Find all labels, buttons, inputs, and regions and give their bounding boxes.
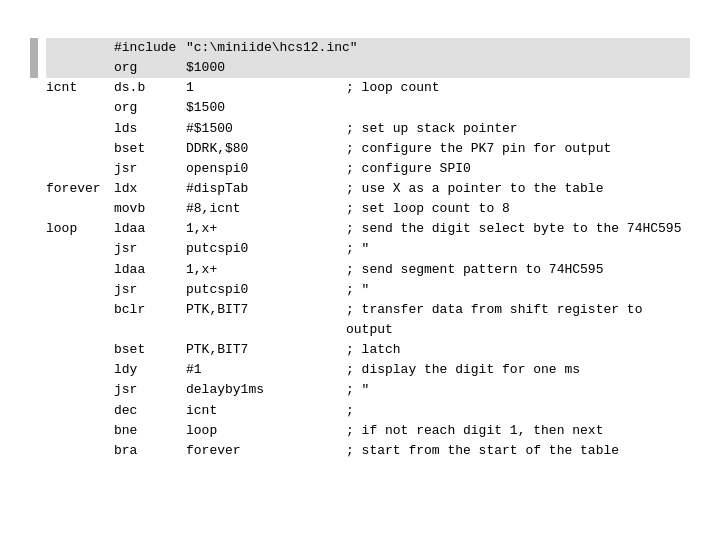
- code-label: [46, 260, 114, 280]
- code-label: [46, 159, 114, 179]
- table-row: jsrputcspi0; ": [46, 239, 690, 259]
- code-mnemonic: org: [114, 58, 186, 78]
- code-comment: ;: [346, 401, 354, 421]
- table-row: ldy#1; display the digit for one ms: [46, 360, 690, 380]
- code-label: [46, 98, 114, 118]
- code-comment: ; ": [346, 239, 369, 259]
- code-label: [46, 38, 114, 58]
- code-comment: ; start from the start of the table: [346, 441, 619, 461]
- code-operand: PTK,BIT7: [186, 340, 346, 360]
- code-operand: #8,icnt: [186, 199, 346, 219]
- table-row: bclrPTK,BIT7; transfer data from shift r…: [46, 300, 690, 340]
- code-comment: ; send the digit select byte to the 74HC…: [346, 219, 681, 239]
- code-label: forever: [46, 179, 114, 199]
- code-mnemonic: jsr: [114, 380, 186, 400]
- code-operand: $1500: [186, 98, 346, 118]
- table-row: bneloop; if not reach digit 1, then next: [46, 421, 690, 441]
- code-mnemonic: bra: [114, 441, 186, 461]
- table-row: braforever; start from the start of the …: [46, 441, 690, 461]
- table-row: org$1500: [46, 98, 690, 118]
- code-operand: openspi0: [186, 159, 346, 179]
- code-label: [46, 280, 114, 300]
- code-label: [46, 119, 114, 139]
- code-label: loop: [46, 219, 114, 239]
- code-mnemonic: jsr: [114, 280, 186, 300]
- code-operand: 1,x+: [186, 219, 346, 239]
- code-operand: icnt: [186, 401, 346, 421]
- table-row: ldaa1,x+; send segment pattern to 74HC59…: [46, 260, 690, 280]
- code-comment: ; set loop count to 8: [346, 199, 510, 219]
- table-row: jsrdelayby1ms; ": [46, 380, 690, 400]
- code-mnemonic: bne: [114, 421, 186, 441]
- table-row: lds#$1500; set up stack pointer: [46, 119, 690, 139]
- table-row: bsetDDRK,$80; configure the PK7 pin for …: [46, 139, 690, 159]
- code-label: icnt: [46, 78, 114, 98]
- code-mnemonic: dec: [114, 401, 186, 421]
- code-comment: ; transfer data from shift register to o…: [346, 300, 690, 340]
- code-label: [46, 199, 114, 219]
- code-label: [46, 340, 114, 360]
- code-operand: delayby1ms: [186, 380, 346, 400]
- code-label: [46, 58, 114, 78]
- code-comment: ; ": [346, 280, 369, 300]
- code-label: [46, 401, 114, 421]
- code-comment: ; loop count: [346, 78, 440, 98]
- code-operand: forever: [186, 441, 346, 461]
- code-comment: ; display the digit for one ms: [346, 360, 580, 380]
- code-label: [46, 300, 114, 340]
- code-mnemonic: jsr: [114, 239, 186, 259]
- code-mnemonic: ldaa: [114, 260, 186, 280]
- code-label: [46, 239, 114, 259]
- table-row: loopldaa1,x+; send the digit select byte…: [46, 219, 690, 239]
- code-mnemonic: movb: [114, 199, 186, 219]
- code-operand: PTK,BIT7: [186, 300, 346, 340]
- code-comment: ; latch: [346, 340, 401, 360]
- code-mnemonic: jsr: [114, 159, 186, 179]
- code-label: [46, 380, 114, 400]
- code-operand: 1,x+: [186, 260, 346, 280]
- code-mnemonic: ldx: [114, 179, 186, 199]
- code-operand: putcspi0: [186, 239, 346, 259]
- table-row: foreverldx#dispTab; use X as a pointer t…: [46, 179, 690, 199]
- code-label: [46, 360, 114, 380]
- code-mnemonic: #include: [114, 38, 186, 58]
- code-mnemonic: bclr: [114, 300, 186, 340]
- table-row: movb#8,icnt; set loop count to 8: [46, 199, 690, 219]
- code-operand: #$1500: [186, 119, 346, 139]
- code-operand: #1: [186, 360, 346, 380]
- code-operand: $1000: [186, 58, 346, 78]
- code-operand: putcspi0: [186, 280, 346, 300]
- table-row: jsropenspi0; configure SPI0: [46, 159, 690, 179]
- table-row: #include"c:\miniide\hcs12.inc": [46, 38, 690, 58]
- code-mnemonic: ldaa: [114, 219, 186, 239]
- table-row: org$1000: [46, 58, 690, 78]
- code-mnemonic: bset: [114, 340, 186, 360]
- code-label: [46, 421, 114, 441]
- code-mnemonic: ds.b: [114, 78, 186, 98]
- table-row: decicnt;: [46, 401, 690, 421]
- code-mnemonic: org: [114, 98, 186, 118]
- code-label: [46, 441, 114, 461]
- table-row: bsetPTK,BIT7; latch: [46, 340, 690, 360]
- code-comment: ; send segment pattern to 74HC595: [346, 260, 603, 280]
- code-operand: 1: [186, 78, 346, 98]
- table-row: jsrputcspi0; ": [46, 280, 690, 300]
- code-comment: ; use X as a pointer to the table: [346, 179, 603, 199]
- code-operand: loop: [186, 421, 346, 441]
- code-comment: ; configure the PK7 pin for output: [346, 139, 611, 159]
- code-mnemonic: bset: [114, 139, 186, 159]
- code-operand: DDRK,$80: [186, 139, 346, 159]
- code-operand: "c:\miniide\hcs12.inc": [186, 38, 358, 58]
- sidebar-bar: [30, 38, 38, 78]
- code-mnemonic: ldy: [114, 360, 186, 380]
- code-comment: ; ": [346, 380, 369, 400]
- table-row: icntds.b1; loop count: [46, 78, 690, 98]
- code-comment: ; configure SPI0: [346, 159, 471, 179]
- page: #include"c:\miniide\hcs12.inc"org$1000ic…: [0, 0, 720, 540]
- code-block: #include"c:\miniide\hcs12.inc"org$1000ic…: [46, 38, 690, 461]
- code-label: [46, 139, 114, 159]
- code-mnemonic: lds: [114, 119, 186, 139]
- code-comment: ; set up stack pointer: [346, 119, 518, 139]
- code-operand: #dispTab: [186, 179, 346, 199]
- code-comment: ; if not reach digit 1, then next: [346, 421, 603, 441]
